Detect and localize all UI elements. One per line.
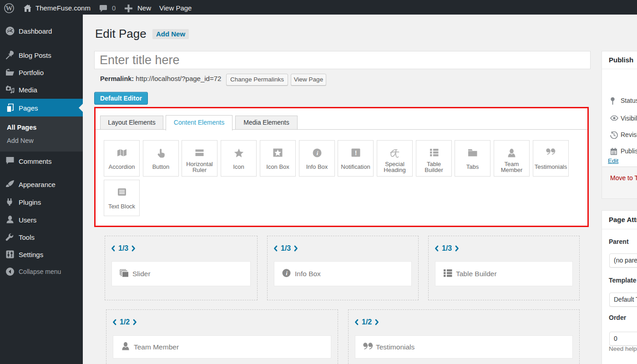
svg-text:i: i: [286, 270, 288, 277]
svg-text:!: !: [354, 149, 357, 157]
svg-text:W: W: [6, 5, 13, 12]
svg-text:i: i: [316, 150, 318, 157]
